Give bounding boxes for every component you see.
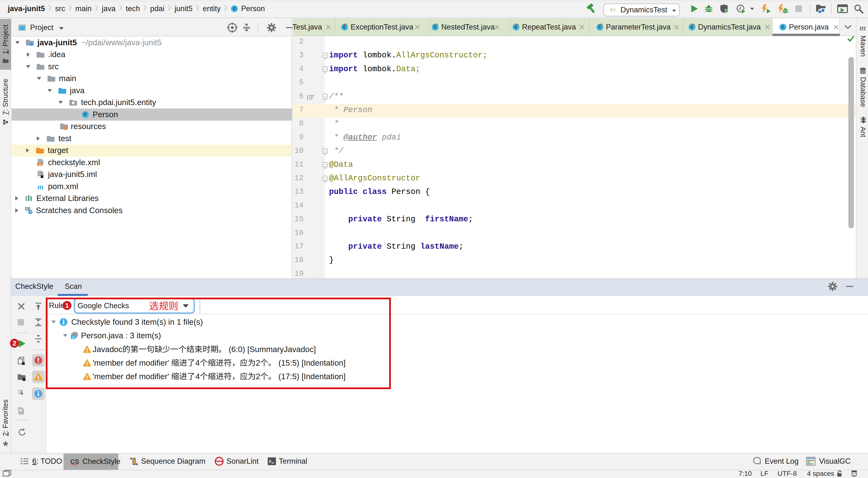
svg-text:C: C: [599, 25, 601, 30]
svg-text:<>: <>: [38, 163, 41, 166]
svg-text:C: C: [434, 25, 437, 30]
svg-text:m: m: [860, 23, 866, 32]
svg-text:C: C: [782, 25, 784, 30]
svg-text:C: C: [343, 25, 346, 30]
svg-text:C: C: [515, 25, 518, 30]
svg-text:C: C: [233, 6, 236, 11]
svg-text:C: C: [84, 112, 87, 117]
svg-text:C: C: [691, 25, 693, 30]
svg-text:m: m: [38, 183, 44, 190]
